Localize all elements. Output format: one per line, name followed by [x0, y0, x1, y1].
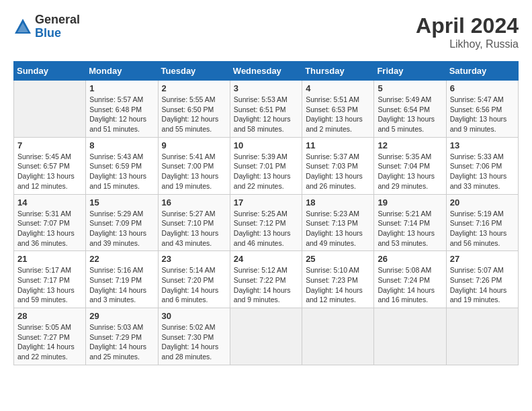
day-info: Sunrise: 5:03 AM Sunset: 7:29 PM Dayligh… — [89, 322, 154, 362]
day-info: Sunrise: 5:19 AM Sunset: 7:16 PM Dayligh… — [450, 209, 515, 248]
day-number: 9 — [162, 140, 226, 150]
day-info: Sunrise: 5:14 AM Sunset: 7:20 PM Dayligh… — [162, 265, 226, 305]
calendar-cell: 20Sunrise: 5:19 AM Sunset: 7:16 PM Dayli… — [446, 194, 518, 251]
calendar-cell: 21Sunrise: 5:17 AM Sunset: 7:17 PM Dayli… — [14, 251, 86, 308]
page-header: General Blue April 2024 Likhoy, Russia — [13, 13, 519, 50]
month-year: April 2024 — [416, 13, 519, 38]
day-number: 20 — [450, 197, 515, 208]
day-number: 29 — [89, 311, 154, 321]
calendar-cell — [302, 308, 374, 365]
logo: General Blue — [13, 13, 80, 40]
day-info: Sunrise: 5:02 AM Sunset: 7:30 PM Dayligh… — [162, 322, 226, 362]
day-number: 14 — [17, 197, 82, 208]
calendar-cell — [446, 308, 518, 365]
calendar-cell: 17Sunrise: 5:25 AM Sunset: 7:12 PM Dayli… — [230, 194, 302, 251]
calendar-cell: 16Sunrise: 5:27 AM Sunset: 7:10 PM Dayli… — [158, 194, 230, 251]
calendar-cell — [14, 81, 86, 138]
title-block: April 2024 Likhoy, Russia — [416, 13, 519, 50]
day-header-sunday: Sunday — [14, 62, 86, 81]
day-info: Sunrise: 5:37 AM Sunset: 7:03 PM Dayligh… — [306, 152, 370, 191]
day-info: Sunrise: 5:55 AM Sunset: 6:50 PM Dayligh… — [162, 95, 226, 134]
day-header-tuesday: Tuesday — [158, 62, 230, 81]
calendar-cell: 23Sunrise: 5:14 AM Sunset: 7:20 PM Dayli… — [158, 251, 230, 308]
calendar-cell: 27Sunrise: 5:07 AM Sunset: 7:26 PM Dayli… — [446, 251, 518, 308]
calendar-cell: 10Sunrise: 5:39 AM Sunset: 7:01 PM Dayli… — [230, 137, 302, 194]
calendar-week-row: 21Sunrise: 5:17 AM Sunset: 7:17 PM Dayli… — [14, 251, 519, 308]
calendar-week-row: 1Sunrise: 5:57 AM Sunset: 6:48 PM Daylig… — [14, 81, 519, 138]
day-header-thursday: Thursday — [302, 62, 374, 81]
day-info: Sunrise: 5:25 AM Sunset: 7:12 PM Dayligh… — [234, 209, 298, 248]
day-info: Sunrise: 5:23 AM Sunset: 7:13 PM Dayligh… — [306, 209, 370, 248]
day-info: Sunrise: 5:17 AM Sunset: 7:17 PM Dayligh… — [17, 265, 82, 305]
calendar-cell: 2Sunrise: 5:55 AM Sunset: 6:50 PM Daylig… — [158, 81, 230, 138]
day-number: 23 — [162, 254, 226, 264]
calendar-cell — [374, 308, 446, 365]
day-number: 24 — [234, 254, 298, 264]
day-number: 2 — [162, 83, 226, 93]
calendar-cell: 11Sunrise: 5:37 AM Sunset: 7:03 PM Dayli… — [302, 137, 374, 194]
location: Likhoy, Russia — [416, 38, 519, 50]
day-number: 4 — [306, 83, 370, 93]
calendar-cell: 29Sunrise: 5:03 AM Sunset: 7:29 PM Dayli… — [86, 308, 158, 365]
day-number: 18 — [306, 197, 370, 208]
day-info: Sunrise: 5:49 AM Sunset: 6:54 PM Dayligh… — [378, 95, 442, 134]
day-info: Sunrise: 5:05 AM Sunset: 7:27 PM Dayligh… — [17, 322, 82, 362]
calendar-cell: 26Sunrise: 5:08 AM Sunset: 7:24 PM Dayli… — [374, 251, 446, 308]
day-number: 3 — [234, 83, 298, 93]
day-number: 10 — [234, 140, 298, 150]
calendar-week-row: 28Sunrise: 5:05 AM Sunset: 7:27 PM Dayli… — [14, 308, 519, 365]
day-number: 17 — [234, 197, 298, 208]
day-number: 11 — [306, 140, 370, 150]
day-info: Sunrise: 5:16 AM Sunset: 7:19 PM Dayligh… — [89, 265, 154, 305]
logo-blue: Blue — [35, 27, 80, 40]
calendar-cell: 1Sunrise: 5:57 AM Sunset: 6:48 PM Daylig… — [86, 81, 158, 138]
day-info: Sunrise: 5:12 AM Sunset: 7:22 PM Dayligh… — [234, 265, 298, 305]
day-info: Sunrise: 5:47 AM Sunset: 6:56 PM Dayligh… — [450, 95, 515, 134]
calendar-week-row: 14Sunrise: 5:31 AM Sunset: 7:07 PM Dayli… — [14, 194, 519, 251]
day-header-friday: Friday — [374, 62, 446, 81]
calendar-cell: 9Sunrise: 5:41 AM Sunset: 7:00 PM Daylig… — [158, 137, 230, 194]
day-number: 7 — [17, 140, 82, 150]
day-number: 1 — [89, 83, 154, 93]
day-info: Sunrise: 5:35 AM Sunset: 7:04 PM Dayligh… — [378, 152, 442, 191]
day-info: Sunrise: 5:57 AM Sunset: 6:48 PM Dayligh… — [89, 95, 154, 134]
day-number: 28 — [17, 311, 82, 321]
calendar-cell: 7Sunrise: 5:45 AM Sunset: 6:57 PM Daylig… — [14, 137, 86, 194]
day-number: 5 — [378, 83, 442, 93]
day-header-saturday: Saturday — [446, 62, 518, 81]
day-header-monday: Monday — [86, 62, 158, 81]
calendar-cell: 18Sunrise: 5:23 AM Sunset: 7:13 PM Dayli… — [302, 194, 374, 251]
calendar-week-row: 7Sunrise: 5:45 AM Sunset: 6:57 PM Daylig… — [14, 137, 519, 194]
day-number: 30 — [162, 311, 226, 321]
calendar-cell: 13Sunrise: 5:33 AM Sunset: 7:06 PM Dayli… — [446, 137, 518, 194]
day-number: 12 — [378, 140, 442, 150]
day-number: 13 — [450, 140, 515, 150]
calendar-cell: 30Sunrise: 5:02 AM Sunset: 7:30 PM Dayli… — [158, 308, 230, 365]
calendar-cell: 3Sunrise: 5:53 AM Sunset: 6:51 PM Daylig… — [230, 81, 302, 138]
day-info: Sunrise: 5:07 AM Sunset: 7:26 PM Dayligh… — [450, 265, 515, 305]
calendar-cell: 15Sunrise: 5:29 AM Sunset: 7:09 PM Dayli… — [86, 194, 158, 251]
day-number: 27 — [450, 254, 515, 264]
logo-icon — [13, 17, 32, 36]
day-info: Sunrise: 5:21 AM Sunset: 7:14 PM Dayligh… — [378, 209, 442, 248]
day-number: 19 — [378, 197, 442, 208]
day-header-wednesday: Wednesday — [230, 62, 302, 81]
day-info: Sunrise: 5:53 AM Sunset: 6:51 PM Dayligh… — [234, 95, 298, 134]
day-info: Sunrise: 5:31 AM Sunset: 7:07 PM Dayligh… — [17, 209, 82, 248]
calendar-cell: 12Sunrise: 5:35 AM Sunset: 7:04 PM Dayli… — [374, 137, 446, 194]
day-number: 26 — [378, 254, 442, 264]
day-number: 8 — [89, 140, 154, 150]
day-number: 16 — [162, 197, 226, 208]
day-number: 25 — [306, 254, 370, 264]
calendar-cell: 5Sunrise: 5:49 AM Sunset: 6:54 PM Daylig… — [374, 81, 446, 138]
day-info: Sunrise: 5:10 AM Sunset: 7:23 PM Dayligh… — [306, 265, 370, 305]
calendar-header-row: SundayMondayTuesdayWednesdayThursdayFrid… — [14, 62, 519, 81]
calendar-cell: 24Sunrise: 5:12 AM Sunset: 7:22 PM Dayli… — [230, 251, 302, 308]
day-info: Sunrise: 5:33 AM Sunset: 7:06 PM Dayligh… — [450, 152, 515, 191]
calendar-cell: 19Sunrise: 5:21 AM Sunset: 7:14 PM Dayli… — [374, 194, 446, 251]
calendar-cell: 14Sunrise: 5:31 AM Sunset: 7:07 PM Dayli… — [14, 194, 86, 251]
calendar-cell: 8Sunrise: 5:43 AM Sunset: 6:59 PM Daylig… — [86, 137, 158, 194]
calendar-cell — [230, 308, 302, 365]
day-number: 6 — [450, 83, 515, 93]
day-info: Sunrise: 5:51 AM Sunset: 6:53 PM Dayligh… — [306, 95, 370, 134]
